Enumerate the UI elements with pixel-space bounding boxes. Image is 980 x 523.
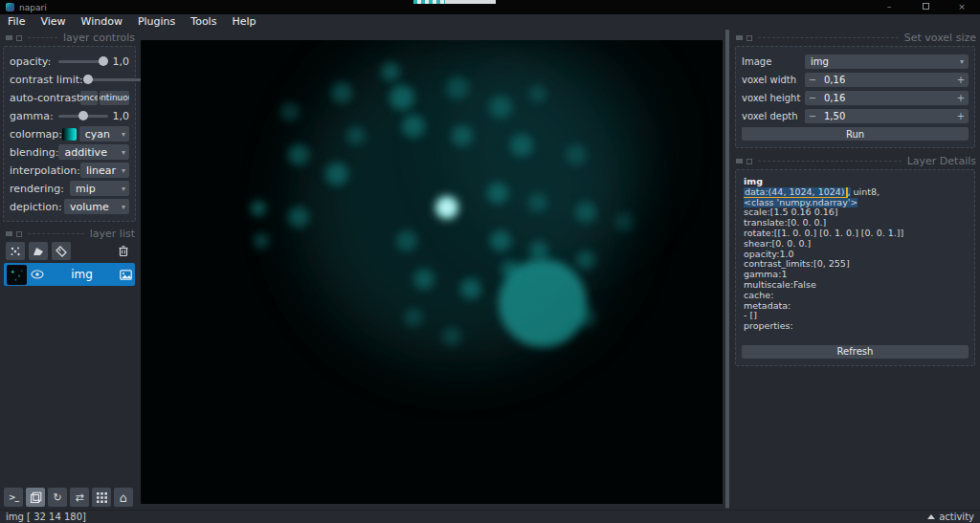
voxel-spinbox[interactable]: − 1,50 + [805,109,969,123]
float-dock-icon[interactable] [6,231,12,236]
maximize-button[interactable] [907,0,944,14]
rendering-dropdown[interactable]: mip ▾ [70,181,129,196]
interpolation-label: interpolation: [10,164,80,177]
image-combo[interactable]: img ▾ [805,54,969,69]
menu-item[interactable]: Window [74,14,130,30]
voxel-spinbox-value[interactable]: 1,50 [820,111,953,121]
voxel-spinbox-row: voxel depth − 1,50 + [742,108,969,123]
visibility-eye-icon[interactable] [31,270,44,279]
new-labels-layer-button[interactable] [52,242,71,260]
voxel-spinbox-label: voxel height [742,93,805,103]
cursor-coordinates-status: img [ 32 14 180] [6,512,86,522]
right-dock-area: Set voxel size Image img ▾ voxel width −… [730,30,980,510]
contrast-limits-label: contrast limit: [10,74,83,86]
dock-header-divider [758,37,899,38]
auto-contrast-label: auto-contrast [10,92,80,104]
details-line: scale:[1.5 0.16 0.16] [744,207,967,218]
opacity-label: opacity: [10,55,51,68]
gamma-slider[interactable] [58,110,108,121]
gamma-slider-handle[interactable] [78,111,88,120]
left-dock-area: layer controls opacity: 1,0 contrast lim… [0,30,139,510]
auto-contrast-continuous-button[interactable]: continuous [100,91,129,105]
dock-header-divider [28,37,57,38]
contrast-low-handle[interactable] [83,75,93,84]
hide-dock-icon[interactable] [16,231,22,237]
voxel-spinbox[interactable]: − 0,16 + [805,73,969,87]
delete-layer-button[interactable] [114,242,133,260]
roll-dimensions-button[interactable]: ↻ [48,488,67,507]
voxel-spinbox-value[interactable]: 0,16 [820,75,953,85]
voxel-widget-header: Set voxel size [736,32,976,44]
grid-view-button[interactable] [92,488,111,507]
transpose-dimensions-button[interactable]: ⇄ [70,488,89,507]
float-dock-icon[interactable] [736,159,743,163]
voxel-spinbox-value[interactable]: 0,16 [820,93,953,103]
details-line: contrast_limits:[0, 255] [744,259,967,270]
refresh-button[interactable]: Refresh [742,345,969,359]
details-line: properties: [744,321,967,332]
layer-thumbnail [7,265,27,285]
menu-item[interactable]: File [0,14,33,30]
menu-item[interactable]: Plugins [130,14,183,30]
new-shapes-layer-button[interactable] [29,242,48,260]
console-icon: >_ [9,492,18,502]
menu-item[interactable]: View [33,14,73,30]
layer-list-title: layer list [90,228,135,240]
cube-3d-icon [30,491,42,504]
chevron-down-icon: ▾ [122,166,125,175]
details-data-line: data:(44, 1024, 1024), uint8, [744,187,967,198]
auto-contrast-once-button[interactable]: once [80,91,98,105]
menu-item[interactable]: Help [224,14,263,30]
opacity-slider[interactable] [58,55,108,67]
gamma-value: 1,0 [112,110,129,122]
hide-dock-icon[interactable] [16,35,22,41]
napari-logo-icon [6,3,14,11]
hide-dock-icon[interactable] [746,159,752,164]
gamma-label: gamma: [10,110,54,122]
decrement-icon[interactable]: − [805,93,820,103]
interpolation-dropdown[interactable]: linear ▾ [80,163,129,178]
console-button[interactable]: >_ [4,488,23,507]
minimize-button[interactable]: – [871,0,907,14]
menu-item[interactable]: Tools [183,14,224,30]
volume-render-canvas[interactable] [141,40,723,504]
menu-bar: FileViewWindowPluginsToolsHelp [0,14,980,30]
decrement-icon[interactable]: − [805,75,820,85]
voxel-spinbox[interactable]: − 0,16 + [805,91,969,105]
close-button[interactable]: × [944,0,980,14]
run-button[interactable]: Run [742,127,969,141]
status-bar: img [ 32 14 180] activity [0,510,980,523]
window-title: napari [19,3,47,12]
dashed-progress-strip [413,0,445,4]
layer-details-text: img data:(44, 1024, 1024), uint8, <class… [742,174,969,332]
increment-icon[interactable]: + [953,111,969,121]
loading-strip-artifact [413,0,496,4]
increment-icon[interactable]: + [953,75,969,85]
ndisplay-toggle-button[interactable] [26,488,45,507]
new-points-layer-button[interactable] [6,242,25,260]
chevron-down-icon: ▾ [122,203,125,211]
home-reset-view-button[interactable]: ⌂ [114,488,133,507]
layer-list-header: layer list [6,228,135,240]
opacity-slider-handle[interactable] [99,56,108,66]
rendering-label: rendering: [10,183,64,195]
dock-header-divider [758,161,902,162]
details-line: opacity:1.0 [744,250,967,260]
details-line: shear:[0. 0. 0.] [744,239,967,250]
decrement-icon[interactable]: − [805,111,820,121]
colormap-dropdown[interactable]: cyan ▾ [79,126,129,142]
activity-toggle[interactable]: activity [927,512,974,522]
napari-window: napari – × FileViewWindowPluginsToolsHel… [0,0,980,523]
viewer-canvas-container [141,40,723,504]
image-combo-label: Image [742,56,805,67]
colormap-swatch [62,128,77,141]
layer-name: img [44,268,120,281]
float-dock-icon[interactable] [6,35,12,40]
float-dock-icon[interactable] [736,35,743,40]
layer-list-item-img[interactable]: img [4,263,135,286]
right-panel-scrollbar[interactable] [725,30,729,510]
blending-dropdown[interactable]: additive ▾ [58,144,129,160]
increment-icon[interactable]: + [953,93,969,103]
hide-dock-icon[interactable] [746,35,752,41]
depiction-dropdown[interactable]: volume ▾ [64,199,129,214]
